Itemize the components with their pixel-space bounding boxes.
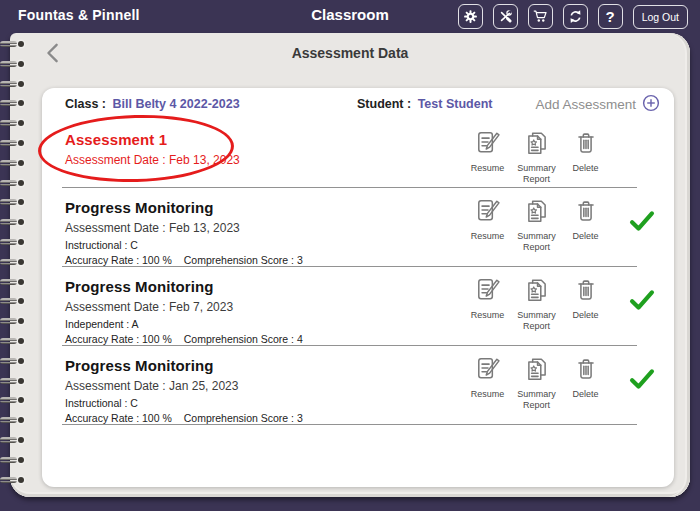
logout-button[interactable]: Log Out	[633, 5, 688, 29]
delete-button[interactable]: Delete	[561, 130, 610, 174]
summary-report-icon	[524, 356, 550, 385]
plus-circle-icon	[642, 94, 660, 115]
resume-icon	[475, 198, 501, 227]
assessment-date: Assessment Date : Feb 7, 2023	[65, 300, 463, 314]
assessment-row: Assessment 1 Assessment Date : Feb 13, 2…	[42, 120, 674, 187]
spiral-rung	[0, 317, 30, 325]
spiral-rung	[0, 198, 30, 206]
cart-icon	[532, 8, 549, 25]
assessment-title: Assessment 1	[65, 131, 463, 148]
spiral-rung	[0, 258, 30, 266]
app-screen: Fountas & Pinnell Classroom	[0, 0, 700, 511]
tools-button[interactable]	[493, 4, 518, 29]
summary-report-button[interactable]: Summary Report	[512, 277, 561, 333]
trash-icon	[573, 198, 599, 227]
completion-column	[610, 276, 674, 345]
card-header: Class : Bill Belty 4 2022-2023 Student :…	[42, 88, 674, 120]
sync-button[interactable]	[563, 4, 588, 29]
assessment-card: Class : Bill Belty 4 2022-2023 Student :…	[42, 88, 674, 487]
class-value[interactable]: Bill Belty 4 2022-2023	[112, 97, 239, 111]
summary-report-label: Summary Report	[514, 163, 560, 186]
help-button[interactable]: ?	[598, 4, 623, 29]
summary-report-icon	[524, 277, 550, 306]
spiral-rung	[0, 159, 30, 167]
spiral-rung	[0, 377, 30, 385]
page-header: Assessment Data	[10, 33, 690, 71]
cart-button[interactable]	[528, 4, 553, 29]
summary-report-label: Summary Report	[514, 310, 560, 333]
assessment-level: Instructional : C	[65, 239, 463, 251]
spiral-rung	[0, 278, 30, 286]
completed-check-icon	[628, 286, 656, 318]
student-field: Student : Test Student	[357, 97, 535, 111]
spiral-rung	[0, 396, 30, 404]
summary-report-icon	[524, 198, 550, 227]
settings-button[interactable]	[458, 4, 483, 29]
topbar-actions: ? Log Out	[458, 4, 688, 29]
spiral-rung	[0, 99, 30, 107]
summary-report-button[interactable]: Summary Report	[512, 198, 561, 254]
assessment-row: Progress Monitoring Assessment Date : Ja…	[42, 346, 674, 424]
assessment-date: Assessment Date : Jan 25, 2023	[65, 379, 463, 393]
assessment-stats: Accuracy Rate : 100 % Comprehension Scor…	[65, 412, 463, 424]
notebook-page: Assessment Data Class : Bill Belty 4 202…	[10, 33, 690, 497]
spiral-rung	[0, 60, 30, 68]
resume-button[interactable]: Resume	[463, 356, 512, 400]
resume-button[interactable]: Resume	[463, 130, 512, 174]
summary-report-button[interactable]: Summary Report	[512, 356, 561, 412]
comprehension-score: Comprehension Score : 3	[184, 412, 303, 424]
summary-report-button[interactable]: Summary Report	[512, 130, 561, 186]
class-label: Class :	[65, 97, 106, 111]
assessment-info: Assessment 1 Assessment Date : Feb 13, 2…	[65, 129, 463, 187]
completed-check-icon	[628, 207, 656, 239]
trash-icon	[573, 356, 599, 385]
completion-column	[610, 129, 674, 187]
accuracy-rate: Accuracy Rate : 100 %	[65, 254, 172, 266]
trash-icon	[573, 277, 599, 306]
resume-icon	[475, 356, 501, 385]
completion-column	[610, 197, 674, 266]
delete-label: Delete	[563, 389, 609, 400]
page-title: Assessment Data	[10, 45, 690, 61]
spiral-rung	[0, 436, 30, 444]
assessment-row: Progress Monitoring Assessment Date : Fe…	[42, 188, 674, 266]
assessment-title: Progress Monitoring	[65, 278, 463, 295]
delete-label: Delete	[563, 163, 609, 174]
spiral-rung	[0, 238, 30, 246]
row-actions: Resume S	[463, 276, 610, 345]
row-divider	[62, 424, 637, 425]
spiral-rung	[0, 337, 30, 345]
summary-report-label: Summary Report	[514, 231, 560, 254]
resume-button[interactable]: Resume	[463, 277, 512, 321]
assessment-info: Progress Monitoring Assessment Date : Fe…	[65, 276, 463, 345]
summary-report-label: Summary Report	[514, 389, 560, 412]
spiral-rung	[0, 80, 30, 88]
completed-check-icon	[628, 365, 656, 397]
summary-report-icon	[524, 130, 550, 159]
delete-button[interactable]: Delete	[561, 356, 610, 400]
row-actions: Resume S	[463, 355, 610, 424]
assessment-stats: Accuracy Rate : 100 % Comprehension Scor…	[65, 333, 463, 345]
resume-label: Resume	[465, 231, 511, 242]
delete-button[interactable]: Delete	[561, 198, 610, 242]
assessment-info: Progress Monitoring Assessment Date : Fe…	[65, 197, 463, 266]
trash-icon	[573, 130, 599, 159]
add-assessment-button[interactable]: Add Assessment	[535, 94, 660, 115]
resume-label: Resume	[465, 310, 511, 321]
student-label: Student :	[357, 97, 411, 111]
spiral-rung	[0, 297, 30, 305]
top-bar: Fountas & Pinnell Classroom	[0, 0, 700, 33]
spiral-rung	[0, 416, 30, 424]
completion-column	[610, 355, 674, 424]
resume-icon	[475, 277, 501, 306]
row-actions: Resume S	[463, 197, 610, 266]
sync-icon	[567, 8, 584, 25]
assessment-info: Progress Monitoring Assessment Date : Ja…	[65, 355, 463, 424]
delete-button[interactable]: Delete	[561, 277, 610, 321]
tools-icon	[497, 8, 514, 25]
resume-button[interactable]: Resume	[463, 198, 512, 242]
spiral-rung	[0, 40, 30, 48]
assessment-date: Assessment Date : Feb 13, 2023	[65, 221, 463, 235]
student-value[interactable]: Test Student	[418, 97, 493, 111]
assessment-date: Assessment Date : Feb 13, 2023	[65, 153, 463, 167]
